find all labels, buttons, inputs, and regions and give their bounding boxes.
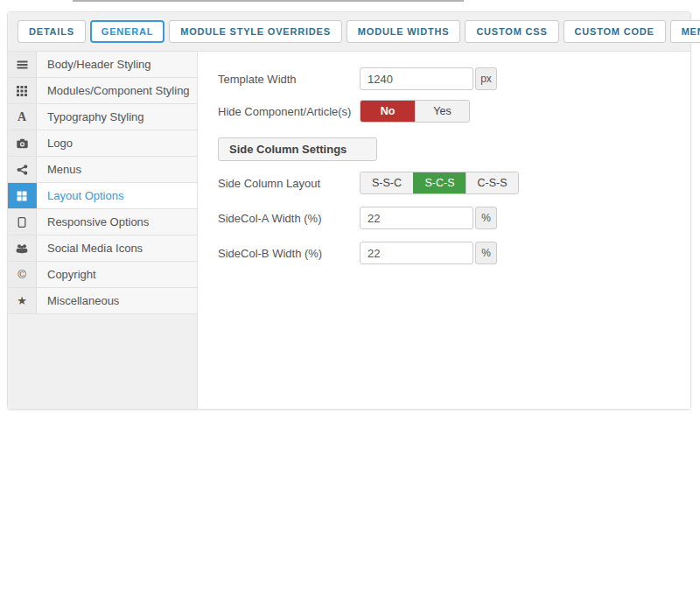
sidecol-a-width-label: SideCol-A Width (%) [218, 212, 360, 225]
sidebar-item-label: Responsive Options [37, 209, 197, 235]
template-width-input[interactable] [360, 67, 473, 90]
sidebar-item-responsive-options[interactable]: Responsive Options [8, 209, 197, 235]
sidebar-item-menus[interactable]: Menus [8, 157, 197, 183]
layout-scs-button[interactable]: S-C-S [413, 172, 466, 193]
tab-details[interactable]: DETAILS [18, 20, 86, 43]
camera-icon [8, 130, 37, 156]
copyright-icon: © [8, 262, 37, 287]
settings-tabbar: DETAILS GENERAL MODULE STYLE OVERRIDES M… [8, 12, 690, 52]
sidecol-a-width-row: SideCol-A Width (%) % [218, 207, 673, 229]
tab-menu-assignment[interactable]: MENU ASSIGNMENT [670, 20, 700, 43]
sidebar-item-social-media-icons[interactable]: Social Media Icons [8, 235, 197, 262]
star-icon: ★ [8, 288, 37, 313]
share-icon [8, 157, 37, 182]
sidebar-item-copyright[interactable]: © Copyright [8, 262, 197, 288]
template-width-label: Template Width [218, 73, 360, 86]
layout-grid-icon [8, 183, 37, 208]
sidebar-item-modules-component-styling[interactable]: Modules/Component Styling [8, 78, 197, 104]
sidebar-item-label: Miscellaneous [37, 288, 197, 313]
tab-custom-css[interactable]: CUSTOM CSS [465, 20, 558, 43]
sidebar-item-label: Modules/Component Styling [37, 78, 197, 103]
sidebar-item-label: Social Media Icons [37, 235, 197, 261]
template-width-unit: px [475, 67, 497, 90]
hide-component-label: Hide Component/Article(s) [218, 105, 360, 118]
sidebar-item-layout-options[interactable]: Layout Options [8, 183, 197, 209]
hide-component-yes-button[interactable]: Yes [415, 101, 469, 122]
sidebar-item-miscellaneous[interactable]: ★ Miscellaneous [8, 288, 197, 314]
settings-sidebar: Body/Header Styling Modules/Component St… [8, 52, 198, 409]
side-column-layout-row: Side Column Layout S-S-C S-C-S C-S-S [218, 172, 673, 194]
font-icon: A [8, 104, 37, 130]
tab-general[interactable]: GENERAL [90, 20, 164, 43]
side-column-settings-button[interactable]: Side Column Settings [218, 137, 377, 161]
tablet-icon [8, 209, 37, 235]
sidebar-item-label: Copyright [37, 262, 197, 287]
side-column-layout-group: S-S-C S-C-S C-S-S [360, 172, 519, 194]
hide-component-no-button[interactable]: No [360, 101, 415, 122]
sidebar-item-label: Body/Header Styling [37, 52, 197, 77]
users-icon [8, 235, 37, 261]
layout-options-form: Template Width px Hide Component/Article… [198, 52, 690, 409]
sidebar-item-typography-styling[interactable]: A Typography Styling [8, 104, 197, 130]
tab-module-style-overrides[interactable]: MODULE STYLE OVERRIDES [169, 20, 342, 43]
sidecol-b-width-unit: % [475, 242, 497, 264]
layout-ssc-button[interactable]: S-S-C [360, 172, 413, 193]
sidebar-item-label: Layout Options [37, 183, 197, 208]
sidebar-item-label: Menus [37, 157, 197, 182]
side-column-layout-label: Side Column Layout [218, 177, 360, 190]
hide-component-row: Hide Component/Article(s) No Yes [218, 100, 673, 123]
template-width-row: Template Width px [218, 67, 673, 90]
sidebar-filler [8, 314, 197, 409]
sidebar-item-logo[interactable]: Logo [8, 130, 197, 157]
sidecol-b-width-row: SideCol-B Width (%) % [218, 242, 673, 264]
sidebar-item-body-header-styling[interactable]: Body/Header Styling [8, 52, 197, 78]
top-edge-line [73, 0, 464, 2]
layout-css-button[interactable]: C-S-S [466, 172, 518, 193]
bars-icon [8, 52, 37, 77]
sidecol-b-width-label: SideCol-B Width (%) [218, 247, 360, 260]
sidebar-item-label: Logo [37, 130, 197, 156]
sidebar-item-label: Typography Styling [37, 104, 197, 130]
sidecol-b-width-input[interactable] [360, 242, 473, 264]
tab-custom-code[interactable]: CUSTOM CODE [564, 20, 666, 43]
sidecol-a-width-unit: % [475, 207, 497, 229]
tab-module-widths[interactable]: MODULE WIDTHS [346, 20, 461, 43]
template-settings-panel: DETAILS GENERAL MODULE STYLE OVERRIDES M… [7, 11, 691, 410]
grid-icon [8, 78, 37, 103]
sidecol-a-width-input[interactable] [360, 207, 473, 229]
hide-component-toggle: No Yes [360, 100, 470, 123]
